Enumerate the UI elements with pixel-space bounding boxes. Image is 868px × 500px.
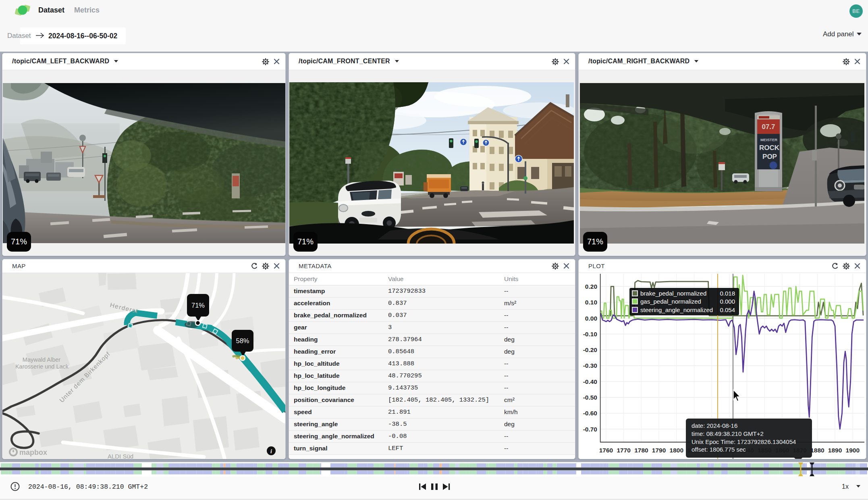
svg-text:1770: 1770 (617, 447, 630, 454)
svg-text:1790: 1790 (652, 447, 666, 454)
svg-text:0.20: 0.20 (585, 283, 597, 290)
svg-text:i: i (270, 448, 272, 454)
svg-text:-0.40: -0.40 (583, 378, 597, 385)
svg-text:-0.20: -0.20 (583, 346, 597, 353)
svg-text:1800: 1800 (670, 447, 683, 454)
svg-text:-0.10: -0.10 (583, 331, 597, 338)
svg-text:1900: 1900 (846, 447, 860, 454)
svg-text:1890: 1890 (828, 447, 842, 454)
svg-text:-0.60: -0.60 (583, 410, 597, 417)
svg-text:58%: 58% (236, 337, 249, 344)
svg-text:1880: 1880 (810, 447, 824, 454)
svg-text:0.10: 0.10 (585, 299, 597, 306)
svg-text:-0.30: -0.30 (583, 362, 597, 369)
svg-text:Karosserie und Lack: Karosserie und Lack (15, 363, 69, 370)
svg-text:1760: 1760 (599, 447, 613, 454)
svg-text:-0.70: -0.70 (583, 426, 597, 433)
svg-text:Maywald Alber: Maywald Alber (23, 356, 60, 363)
svg-text:71%: 71% (191, 302, 205, 309)
svg-text:ALDI Süd: ALDI Süd (108, 453, 133, 459)
svg-text:mapbox: mapbox (19, 448, 47, 456)
svg-text:1780: 1780 (634, 447, 648, 454)
svg-text:-0.50: -0.50 (583, 394, 597, 401)
svg-text:0.00: 0.00 (585, 315, 597, 322)
